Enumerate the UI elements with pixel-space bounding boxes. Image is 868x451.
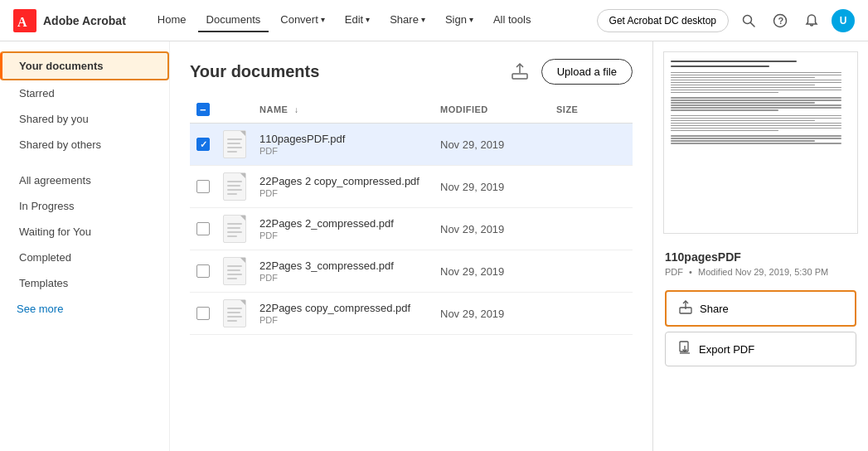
sidebar: Your documents Starred Shared by you Sha… — [0, 41, 170, 451]
see-more-link[interactable]: See more — [0, 296, 169, 322]
row-4-name-cell: 22Pages 3_compressed.pdf PDF — [253, 250, 434, 293]
logo-area: A Adobe Acrobat — [13, 9, 126, 32]
user-avatar[interactable]: U — [832, 9, 855, 32]
share-action-icon — [678, 299, 693, 318]
row-4-checkbox-cell[interactable] — [190, 250, 216, 293]
svg-text:A: A — [17, 15, 27, 29]
sign-arrow-icon: ▾ — [469, 15, 473, 24]
preview-panel: 110pagesPDF PDF • Modified Nov 29, 2019,… — [652, 41, 868, 451]
export-pdf-action-icon — [677, 340, 692, 358]
select-all-header[interactable] — [190, 98, 216, 124]
name-column-header[interactable]: NAME ↓ — [253, 98, 434, 124]
nav-convert[interactable]: Convert ▾ — [272, 8, 333, 32]
convert-arrow-icon: ▾ — [321, 15, 325, 24]
row-3-checkbox[interactable] — [196, 222, 210, 235]
preview-filename: 110pagesPDF — [665, 250, 856, 264]
row-2-checkbox-cell[interactable] — [190, 166, 216, 208]
notifications-icon[interactable] — [800, 9, 823, 32]
row-2-checkbox[interactable] — [196, 180, 210, 193]
file-type-icon — [223, 215, 246, 243]
sidebar-item-all-agreements[interactable]: All agreements — [0, 167, 169, 193]
svg-text:?: ? — [778, 16, 784, 26]
row-1-checkbox[interactable] — [196, 138, 210, 151]
file-type-icon — [223, 299, 246, 327]
sidebar-item-completed[interactable]: Completed — [0, 245, 169, 270]
row-checkbox-cell[interactable] — [190, 124, 216, 166]
main-content: Your documents Upload a file NAME ↓ MODI… — [170, 41, 652, 451]
sidebar-item-shared-by-you[interactable]: Shared by you — [0, 106, 169, 132]
row-4-size-cell — [550, 250, 633, 293]
row-2-name-cell: 22Pages 2 copy_compressed.pdf PDF — [253, 166, 434, 208]
nav-items: Home Documents Convert ▾ Edit ▾ Share ▾ … — [149, 8, 580, 32]
nav-documents[interactable]: Documents — [198, 8, 269, 32]
row-4-file-icon-cell — [216, 250, 253, 293]
row-5-size-cell — [550, 293, 633, 335]
export-pdf-action-button[interactable]: Export PDF — [665, 332, 856, 366]
content-header: Your documents Upload a file — [190, 58, 633, 85]
table-row[interactable]: 22Pages copy_compressed.pdf PDF Nov 29, … — [190, 293, 633, 335]
row-2-size-cell — [550, 166, 633, 208]
app-logo-text: Adobe Acrobat — [43, 14, 126, 27]
row-3-date-cell: Nov 29, 2019 — [434, 208, 550, 250]
sidebar-item-starred[interactable]: Starred — [0, 80, 169, 106]
row-2-file-icon-cell — [216, 166, 253, 208]
upload-icon-button[interactable] — [507, 58, 533, 85]
preview-info: 110pagesPDF PDF • Modified Nov 29, 2019,… — [653, 244, 868, 284]
help-icon[interactable]: ? — [769, 9, 792, 32]
sidebar-item-waiting-for-you[interactable]: Waiting for You — [0, 219, 169, 245]
svg-rect-6 — [512, 74, 527, 79]
nav-home[interactable]: Home — [149, 8, 195, 32]
row-5-name-cell: 22Pages copy_compressed.pdf PDF — [253, 293, 434, 335]
row-5-file-icon-cell — [216, 293, 253, 335]
share-action-button[interactable]: Share — [665, 290, 856, 327]
table-row[interactable]: 22Pages 2_compressed.pdf PDF Nov 29, 201… — [190, 208, 633, 250]
modified-column-header[interactable]: MODIFIED — [434, 98, 550, 124]
nav-share[interactable]: Share ▾ — [381, 8, 434, 32]
table-row[interactable]: 110pagesPDF.pdf PDF Nov 29, 2019 — [190, 124, 633, 166]
select-all-checkbox[interactable] — [196, 103, 210, 116]
upload-file-button[interactable]: Upload a file — [541, 59, 633, 85]
sidebar-item-your-documents[interactable]: Your documents — [0, 51, 169, 80]
search-icon[interactable] — [737, 9, 760, 32]
preview-meta: PDF • Modified Nov 29, 2019, 5:30 PM — [665, 267, 856, 277]
share-action-label: Share — [700, 303, 729, 315]
sidebar-item-shared-by-others[interactable]: Shared by others — [0, 132, 169, 158]
table-row[interactable]: 22Pages 3_compressed.pdf PDF Nov 29, 201… — [190, 250, 633, 293]
row-1-date-cell: Nov 29, 2019 — [434, 124, 550, 166]
get-desktop-button[interactable]: Get Acrobat DC desktop — [597, 9, 729, 32]
row-3-file-icon-cell — [216, 208, 253, 250]
row-4-date-cell: Nov 29, 2019 — [434, 250, 550, 293]
share-arrow-icon: ▾ — [421, 15, 425, 24]
row-3-checkbox-cell[interactable] — [190, 208, 216, 250]
nav-right-actions: Get Acrobat DC desktop ? U — [597, 9, 855, 32]
main-layout: Your documents Starred Shared by you Sha… — [0, 41, 868, 451]
export-pdf-action-label: Export PDF — [699, 343, 754, 356]
sidebar-item-in-progress[interactable]: In Progress — [0, 193, 169, 219]
file-type-icon — [223, 130, 246, 158]
row-5-date-cell: Nov 29, 2019 — [434, 293, 550, 335]
preview-actions: Share Export PDF — [653, 284, 868, 373]
row-1-name-cell: 110pagesPDF.pdf PDF — [253, 124, 434, 166]
nav-edit[interactable]: Edit ▾ — [337, 8, 378, 32]
row-1-size-cell — [550, 124, 633, 166]
sort-arrow-icon: ↓ — [294, 105, 299, 114]
preview-document-content — [664, 52, 857, 233]
row-5-checkbox-cell[interactable] — [190, 293, 216, 335]
edit-arrow-icon: ▾ — [366, 15, 370, 24]
top-navigation: A Adobe Acrobat Home Documents Convert ▾… — [0, 0, 868, 41]
row-4-checkbox[interactable] — [196, 264, 210, 278]
svg-line-3 — [751, 22, 755, 27]
table-row[interactable]: 22Pages 2 copy_compressed.pdf PDF Nov 29… — [190, 166, 633, 208]
preview-image — [663, 51, 858, 234]
row-5-checkbox[interactable] — [196, 307, 210, 320]
size-column-header[interactable]: SIZE — [550, 98, 633, 124]
table-header-row: NAME ↓ MODIFIED SIZE — [190, 98, 633, 124]
nav-all-tools[interactable]: All tools — [485, 8, 540, 32]
file-table: NAME ↓ MODIFIED SIZE — [190, 98, 633, 335]
row-2-date-cell: Nov 29, 2019 — [434, 166, 550, 208]
nav-sign[interactable]: Sign ▾ — [437, 8, 482, 32]
sidebar-item-templates[interactable]: Templates — [0, 270, 169, 296]
row-1-file-icon-cell — [216, 124, 253, 166]
row-3-name-cell: 22Pages 2_compressed.pdf PDF — [253, 208, 434, 250]
file-type-icon — [223, 257, 246, 285]
